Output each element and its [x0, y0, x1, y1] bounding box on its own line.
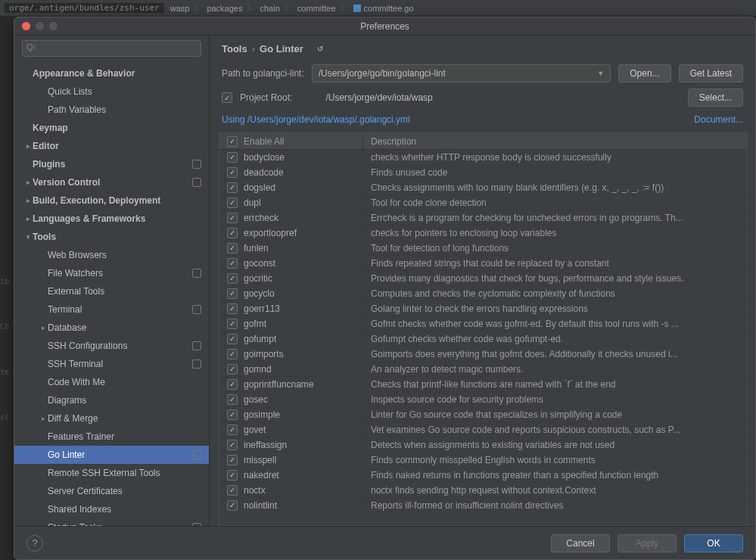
sidebar-item-features-trainer[interactable]: Features Trainer — [14, 428, 209, 446]
linter-checkbox[interactable] — [227, 213, 238, 223]
sidebar-item-diff-merge[interactable]: Diff & Merge — [14, 409, 209, 428]
sidebar-item-shared-indexes[interactable]: Shared Indexes — [14, 500, 209, 518]
linter-checkbox[interactable] — [227, 243, 238, 254]
tree-arrow-icon[interactable] — [23, 179, 33, 186]
linter-checkbox[interactable] — [227, 500, 238, 511]
linter-checkbox[interactable] — [227, 167, 238, 178]
enable-all-checkbox[interactable] — [227, 136, 238, 147]
linter-checkbox[interactable] — [227, 182, 238, 193]
enable-all-header[interactable]: Enable All — [219, 133, 363, 149]
linter-row[interactable]: goconstFinds repeated strings that could… — [219, 256, 747, 271]
linter-row[interactable]: govetVet examines Go source code and rep… — [219, 422, 747, 437]
linter-row[interactable]: errcheckErrcheck is a program for checki… — [219, 210, 747, 226]
linter-checkbox[interactable] — [227, 198, 238, 208]
linter-row[interactable]: nakedretFinds naked returns in functions… — [219, 468, 747, 483]
linter-row[interactable]: gofumptGofumpt checks whether code was g… — [219, 331, 747, 347]
tree-arrow-icon[interactable] — [23, 142, 33, 150]
sidebar-item-appearance-behavior[interactable]: Appearance & Behavior — [14, 64, 209, 82]
help-button[interactable]: ? — [26, 535, 43, 552]
reset-icon[interactable]: ↺ — [314, 44, 326, 53]
linter-row[interactable]: goprintffuncnameChecks that printf-like … — [219, 377, 747, 392]
sidebar-item-file-watchers[interactable]: File Watchers — [14, 264, 209, 282]
sidebar-item-tools[interactable]: Tools — [14, 228, 209, 246]
linter-row[interactable]: gofmtGofmt checks whether code was gofmt… — [219, 316, 747, 331]
golangci-path-combo[interactable]: /Users/jorge/go/bin/golangci-lint ▼ — [312, 64, 611, 82]
sidebar-item-database[interactable]: Database — [14, 319, 209, 337]
linter-row[interactable]: misspellFinds commonly misspelled Englis… — [219, 453, 747, 468]
linter-checkbox[interactable] — [227, 455, 238, 465]
sidebar-item-server-certificates[interactable]: Server Certificates — [14, 482, 209, 500]
crumb-tools[interactable]: Tools — [222, 43, 247, 54]
sidebar-item-diagrams[interactable]: Diagrams — [14, 391, 209, 409]
config-file-link[interactable]: Using /Users/jorge/dev/iota/wasp/.golang… — [222, 114, 410, 125]
bc-item[interactable]: committee — [297, 4, 336, 13]
sidebar-item-go-linter[interactable]: Go Linter — [14, 446, 209, 464]
linter-checkbox[interactable] — [227, 394, 238, 405]
sidebar-item-ssh-terminal[interactable]: SSH Terminal — [14, 355, 209, 373]
linter-checkbox[interactable] — [227, 288, 238, 299]
sidebar-item-languages-frameworks[interactable]: Languages & Frameworks — [14, 210, 209, 228]
linter-checkbox[interactable] — [227, 228, 238, 238]
sidebar-item-startup-tasks[interactable]: Startup Tasks — [14, 518, 209, 526]
sidebar-item-editor[interactable]: Editor — [14, 137, 209, 155]
tree-arrow-icon[interactable] — [39, 324, 48, 331]
tree-arrow-icon[interactable] — [23, 233, 33, 241]
linter-row[interactable]: nolintlintReports ill-formed or insuffic… — [219, 498, 747, 513]
linter-checkbox[interactable] — [227, 379, 238, 390]
get-latest-button[interactable]: Get Latest — [679, 64, 743, 82]
bc-file[interactable]: committee.go — [364, 4, 414, 13]
linter-checkbox[interactable] — [227, 485, 238, 496]
linter-checkbox[interactable] — [227, 152, 238, 163]
linter-checkbox[interactable] — [227, 319, 238, 329]
linter-checkbox[interactable] — [227, 258, 238, 269]
linter-checkbox[interactable] — [227, 440, 238, 450]
linter-row[interactable]: gosimpleLinter for Go source code that s… — [219, 407, 747, 422]
cancel-button[interactable]: Cancel — [551, 534, 610, 552]
linter-checkbox[interactable] — [227, 349, 238, 359]
sidebar-item-code-with-me[interactable]: Code With Me — [14, 373, 209, 391]
bc-item[interactable]: chain — [260, 4, 279, 13]
linter-checkbox[interactable] — [227, 273, 238, 284]
linter-checkbox[interactable] — [227, 425, 238, 435]
linter-checkbox[interactable] — [227, 409, 238, 420]
linter-row[interactable]: deadcodeFinds unused code — [219, 165, 747, 180]
linter-row[interactable]: goerr113Golang linter to check the error… — [219, 301, 747, 316]
linter-row[interactable]: goimportsGoimports does everything that … — [219, 347, 747, 362]
linter-row[interactable]: noctxnoctx finds sending http request wi… — [219, 483, 747, 498]
linter-row[interactable]: gocriticProvides many diagnostics that c… — [219, 271, 747, 286]
linter-row[interactable]: gocycloComputes and checks the cyclomati… — [219, 286, 747, 301]
ok-button[interactable]: OK — [684, 534, 743, 552]
sidebar-item-terminal[interactable]: Terminal — [14, 300, 209, 319]
sidebar-item-remote-ssh-external-tools[interactable]: Remote SSH External Tools — [14, 464, 209, 482]
linter-row[interactable]: ineffassignDetects when assignments to e… — [219, 437, 747, 453]
project-root-checkbox[interactable] — [222, 92, 232, 103]
linter-row[interactable]: bodyclosechecks whether HTTP response bo… — [219, 150, 747, 165]
settings-search-input[interactable] — [22, 40, 201, 57]
linter-row[interactable]: dogsledChecks assignments with too many … — [219, 180, 747, 195]
bc-item[interactable]: packages — [207, 4, 242, 13]
tree-arrow-icon[interactable] — [39, 415, 48, 422]
sidebar-item-build-execution-deployment[interactable]: Build, Execution, Deployment — [14, 191, 209, 210]
linter-row[interactable]: gosecInspects source code for security p… — [219, 392, 747, 407]
linter-checkbox[interactable] — [227, 303, 238, 314]
linter-checkbox[interactable] — [227, 470, 238, 481]
linter-row[interactable]: funlenTool for detection of long functio… — [219, 241, 747, 256]
linter-row[interactable]: gomndAn analyzer to detect magic numbers… — [219, 362, 747, 377]
sidebar-item-web-browsers[interactable]: Web Browsers — [14, 246, 209, 264]
sidebar-item-ssh-configurations[interactable]: SSH Configurations — [14, 337, 209, 355]
linter-row[interactable]: exportlooprefchecks for pointers to encl… — [219, 226, 747, 241]
sidebar-item-path-variables[interactable]: Path Variables — [14, 101, 209, 119]
sidebar-item-plugins[interactable]: Plugins — [14, 155, 209, 173]
tree-arrow-icon[interactable] — [23, 197, 33, 204]
linter-checkbox[interactable] — [227, 364, 238, 375]
sidebar-item-external-tools[interactable]: External Tools — [14, 282, 209, 300]
linter-row[interactable]: duplTool for code clone detection — [219, 195, 747, 210]
tree-arrow-icon[interactable] — [23, 215, 33, 222]
linter-checkbox[interactable] — [227, 334, 238, 344]
bc-item[interactable]: wasp — [170, 4, 190, 13]
window-close-icon[interactable] — [22, 22, 30, 30]
sidebar-item-keymap[interactable]: Keymap — [14, 119, 209, 137]
open-button[interactable]: Open... — [618, 64, 670, 82]
document-link[interactable]: Document... — [694, 114, 743, 125]
sidebar-item-quick-lists[interactable]: Quick Lists — [14, 82, 209, 101]
